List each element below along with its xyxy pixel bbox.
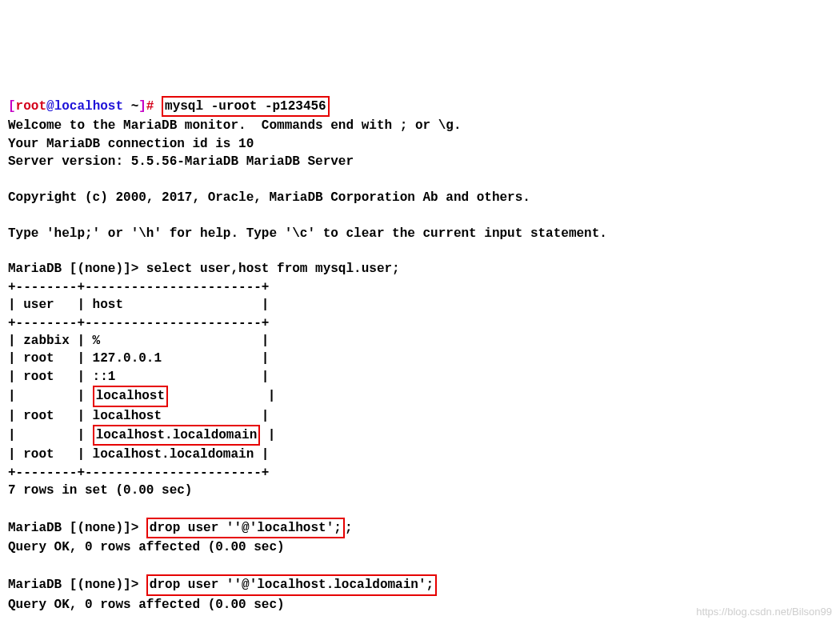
table-header: | user | host | [8, 298, 269, 312]
trailing-semi: ; [345, 521, 353, 535]
highlight-localdomain: localhost.localdomain [93, 425, 261, 446]
output-connection-id: Your MariaDB connection id is 10 [8, 137, 254, 151]
table-row: | root | ::1 | [8, 370, 269, 384]
table-row: | root | localhost | [8, 409, 269, 423]
mariadb-prompt: MariaDB [(none)]> [8, 262, 146, 276]
table-row: | | localhost.localdomain | [8, 428, 275, 442]
bracket-close: ] [138, 99, 146, 114]
bracket-open: [ [8, 99, 16, 114]
prompt-line-1[interactable]: [root@localhost ~]# mysql -uroot -p12345… [8, 99, 330, 114]
sql-line-select[interactable]: MariaDB [(none)]> select user,host from … [8, 262, 400, 276]
prompt-tilde: ~ [123, 99, 138, 114]
mariadb-prompt: MariaDB [(none)]> [8, 521, 146, 535]
table-border-mid: +--------+-----------------------+ [8, 316, 269, 330]
output-welcome: Welcome to the MariaDB monitor. Commands… [8, 118, 462, 133]
output-server-version: Server version: 5.5.56-MariaDB MariaDB S… [8, 154, 354, 169]
output-help-hint: Type 'help;' or '\h' for help. Type '\c'… [8, 226, 607, 241]
prompt-at: @ [46, 99, 54, 114]
command-mysql-login: mysql -uroot -p123456 [162, 96, 330, 117]
sql-drop-localhost: drop user ''@'localhost'; [146, 518, 345, 538]
sql-line-drop2[interactable]: MariaDB [(none)]> drop user ''@'localhos… [8, 578, 437, 592]
sql-drop-localdomain: drop user ''@'localhost.localdomain'; [146, 574, 437, 595]
rows-in-set: 7 rows in set (0.00 sec) [8, 483, 192, 498]
output-copyright: Copyright (c) 2000, 2017, Oracle, MariaD… [8, 190, 530, 205]
prompt-hash: # [146, 99, 162, 114]
table-row: | | localhost | [8, 389, 275, 403]
table-row: | root | localhost.localdomain | [8, 447, 269, 462]
highlight-localhost: localhost [93, 386, 168, 406]
table-border-top: +--------+-----------------------+ [8, 280, 269, 294]
prompt-user: root [16, 99, 46, 114]
query-ok-1: Query OK, 0 rows affected (0.00 sec) [8, 540, 285, 554]
sql-line-drop1[interactable]: MariaDB [(none)]> drop user ''@'localhos… [8, 521, 352, 535]
query-ok-2: Query OK, 0 rows affected (0.00 sec) [8, 598, 285, 612]
watermark-text: https://blog.csdn.net/Bilson99 [696, 605, 832, 619]
mariadb-prompt: MariaDB [(none)]> [8, 578, 146, 592]
table-border-bottom: +--------+-----------------------+ [8, 466, 269, 480]
terminal-output: [root@localhost ~]# mysql -uroot -p12345… [8, 78, 832, 624]
sql-select-user-host: select user,host from mysql.user; [146, 262, 400, 276]
prompt-host: localhost [54, 99, 123, 114]
table-row: | zabbix | % | [8, 334, 269, 348]
table-row: | root | 127.0.0.1 | [8, 351, 269, 366]
